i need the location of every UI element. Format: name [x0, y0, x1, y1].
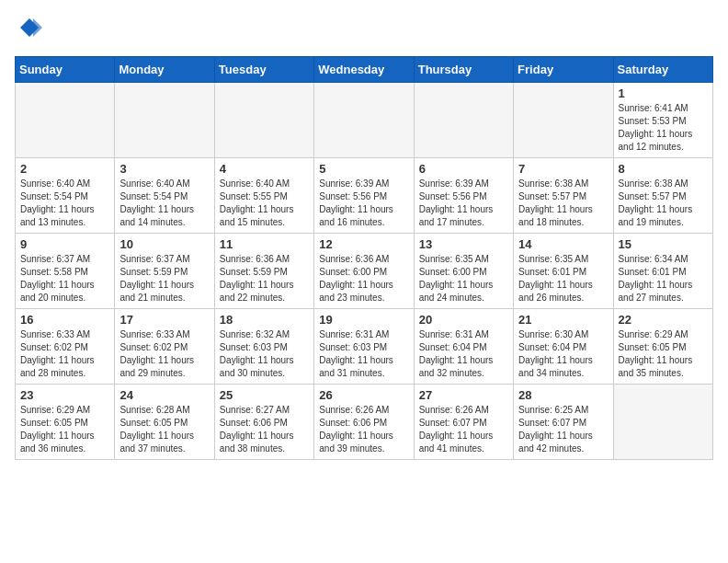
day-cell: 2Sunrise: 6:40 AM Sunset: 5:54 PM Daylig…: [16, 157, 115, 233]
day-info: Sunrise: 6:33 AM Sunset: 6:02 PM Dayligh…: [119, 328, 209, 380]
weekday-header-tuesday: Tuesday: [214, 56, 313, 82]
day-number: 7: [518, 162, 608, 176]
day-cell: 14Sunrise: 6:35 AM Sunset: 6:01 PM Dayli…: [514, 233, 613, 308]
day-cell: 13Sunrise: 6:35 AM Sunset: 6:00 PM Dayli…: [414, 233, 513, 308]
day-number: 19: [319, 313, 408, 327]
day-number: 20: [419, 313, 508, 327]
day-info: Sunrise: 6:34 AM Sunset: 6:01 PM Dayligh…: [619, 253, 708, 304]
weekday-header-thursday: Thursday: [414, 56, 513, 82]
weekday-header-monday: Monday: [115, 56, 214, 82]
week-row-2: 2Sunrise: 6:40 AM Sunset: 5:54 PM Daylig…: [16, 157, 713, 233]
day-number: 3: [119, 162, 209, 176]
day-info: Sunrise: 6:26 AM Sunset: 6:06 PM Dayligh…: [319, 404, 408, 455]
day-cell: 18Sunrise: 6:32 AM Sunset: 6:03 PM Dayli…: [214, 308, 313, 384]
day-info: Sunrise: 6:38 AM Sunset: 5:57 PM Dayligh…: [518, 178, 608, 229]
day-cell: 26Sunrise: 6:26 AM Sunset: 6:06 PM Dayli…: [314, 384, 414, 459]
day-cell: 7Sunrise: 6:38 AM Sunset: 5:57 PM Daylig…: [514, 157, 613, 233]
day-cell: 3Sunrise: 6:40 AM Sunset: 5:54 PM Daylig…: [115, 157, 214, 233]
weekday-header-saturday: Saturday: [613, 56, 712, 82]
day-cell: 10Sunrise: 6:37 AM Sunset: 5:59 PM Dayli…: [115, 233, 214, 308]
day-cell: 20Sunrise: 6:31 AM Sunset: 6:04 PM Dayli…: [414, 308, 513, 384]
day-number: 27: [419, 388, 508, 402]
day-number: 6: [419, 162, 508, 176]
week-row-3: 9Sunrise: 6:37 AM Sunset: 5:58 PM Daylig…: [16, 233, 713, 308]
page-header: [15, 15, 713, 45]
day-number: 16: [20, 313, 109, 327]
day-number: 8: [619, 162, 708, 176]
day-cell: 8Sunrise: 6:38 AM Sunset: 5:57 PM Daylig…: [613, 157, 712, 233]
day-cell: [514, 82, 613, 157]
day-cell: 19Sunrise: 6:31 AM Sunset: 6:03 PM Dayli…: [314, 308, 414, 384]
week-row-1: 1Sunrise: 6:41 AM Sunset: 5:53 PM Daylig…: [16, 82, 713, 157]
day-number: 4: [220, 162, 309, 176]
day-cell: 17Sunrise: 6:33 AM Sunset: 6:02 PM Dayli…: [115, 308, 214, 384]
day-info: Sunrise: 6:40 AM Sunset: 5:54 PM Dayligh…: [20, 178, 109, 229]
day-info: Sunrise: 6:40 AM Sunset: 5:54 PM Dayligh…: [119, 178, 209, 229]
week-row-4: 16Sunrise: 6:33 AM Sunset: 6:02 PM Dayli…: [16, 308, 713, 384]
day-number: 5: [319, 162, 408, 176]
day-cell: 9Sunrise: 6:37 AM Sunset: 5:58 PM Daylig…: [16, 233, 115, 308]
day-info: Sunrise: 6:33 AM Sunset: 6:02 PM Dayligh…: [20, 328, 109, 380]
day-info: Sunrise: 6:25 AM Sunset: 6:07 PM Dayligh…: [518, 404, 608, 455]
weekday-header-friday: Friday: [514, 56, 613, 82]
day-cell: 11Sunrise: 6:36 AM Sunset: 5:59 PM Dayli…: [214, 233, 313, 308]
day-number: 22: [619, 313, 708, 327]
day-cell: [16, 82, 115, 157]
day-info: Sunrise: 6:29 AM Sunset: 6:05 PM Dayligh…: [619, 328, 708, 380]
day-cell: 16Sunrise: 6:33 AM Sunset: 6:02 PM Dayli…: [16, 308, 115, 384]
day-number: 10: [119, 237, 209, 251]
day-number: 15: [619, 237, 708, 251]
svg-marker-1: [33, 18, 42, 37]
day-info: Sunrise: 6:35 AM Sunset: 6:01 PM Dayligh…: [518, 253, 608, 304]
day-cell: 28Sunrise: 6:25 AM Sunset: 6:07 PM Dayli…: [514, 384, 613, 459]
day-cell: 1Sunrise: 6:41 AM Sunset: 5:53 PM Daylig…: [613, 82, 712, 157]
day-number: 24: [119, 388, 209, 402]
day-info: Sunrise: 6:36 AM Sunset: 6:00 PM Dayligh…: [319, 253, 408, 304]
day-info: Sunrise: 6:41 AM Sunset: 5:53 PM Dayligh…: [619, 102, 708, 154]
day-cell: [214, 82, 313, 157]
day-number: 18: [220, 313, 309, 327]
day-cell: 4Sunrise: 6:40 AM Sunset: 5:55 PM Daylig…: [214, 157, 313, 233]
day-number: 26: [319, 388, 408, 402]
day-number: 14: [518, 237, 608, 251]
day-number: 1: [619, 86, 708, 100]
day-info: Sunrise: 6:31 AM Sunset: 6:03 PM Dayligh…: [319, 328, 408, 380]
day-cell: 21Sunrise: 6:30 AM Sunset: 6:04 PM Dayli…: [514, 308, 613, 384]
day-number: 17: [119, 313, 209, 327]
day-cell: [314, 82, 414, 157]
day-cell: 27Sunrise: 6:26 AM Sunset: 6:07 PM Dayli…: [414, 384, 513, 459]
day-info: Sunrise: 6:27 AM Sunset: 6:06 PM Dayligh…: [220, 404, 309, 455]
day-number: 21: [518, 313, 608, 327]
day-number: 9: [20, 237, 109, 251]
day-info: Sunrise: 6:40 AM Sunset: 5:55 PM Dayligh…: [220, 178, 309, 229]
day-number: 2: [20, 162, 109, 176]
day-cell: 6Sunrise: 6:39 AM Sunset: 5:56 PM Daylig…: [414, 157, 513, 233]
day-number: 23: [20, 388, 109, 402]
day-info: Sunrise: 6:30 AM Sunset: 6:04 PM Dayligh…: [518, 328, 608, 380]
day-cell: 22Sunrise: 6:29 AM Sunset: 6:05 PM Dayli…: [613, 308, 712, 384]
day-cell: 12Sunrise: 6:36 AM Sunset: 6:00 PM Dayli…: [314, 233, 414, 308]
logo: [15, 15, 42, 45]
day-cell: 24Sunrise: 6:28 AM Sunset: 6:05 PM Dayli…: [115, 384, 214, 459]
day-info: Sunrise: 6:39 AM Sunset: 5:56 PM Dayligh…: [419, 178, 508, 229]
calendar-header-row: SundayMondayTuesdayWednesdayThursdayFrid…: [16, 56, 713, 82]
day-number: 11: [220, 237, 309, 251]
day-info: Sunrise: 6:28 AM Sunset: 6:05 PM Dayligh…: [119, 404, 209, 455]
day-cell: [613, 384, 712, 459]
day-info: Sunrise: 6:38 AM Sunset: 5:57 PM Dayligh…: [619, 178, 708, 229]
logo-icon: [17, 15, 42, 40]
day-cell: 23Sunrise: 6:29 AM Sunset: 6:05 PM Dayli…: [16, 384, 115, 459]
calendar-table: SundayMondayTuesdayWednesdayThursdayFrid…: [15, 56, 713, 460]
day-info: Sunrise: 6:26 AM Sunset: 6:07 PM Dayligh…: [419, 404, 508, 455]
week-row-5: 23Sunrise: 6:29 AM Sunset: 6:05 PM Dayli…: [16, 384, 713, 459]
day-cell: 15Sunrise: 6:34 AM Sunset: 6:01 PM Dayli…: [613, 233, 712, 308]
day-cell: [115, 82, 214, 157]
day-cell: [414, 82, 513, 157]
day-info: Sunrise: 6:32 AM Sunset: 6:03 PM Dayligh…: [220, 328, 309, 380]
day-number: 25: [220, 388, 309, 402]
day-info: Sunrise: 6:37 AM Sunset: 5:58 PM Dayligh…: [20, 253, 109, 304]
day-number: 12: [319, 237, 408, 251]
day-cell: 5Sunrise: 6:39 AM Sunset: 5:56 PM Daylig…: [314, 157, 414, 233]
day-info: Sunrise: 6:36 AM Sunset: 5:59 PM Dayligh…: [220, 253, 309, 304]
day-number: 28: [518, 388, 608, 402]
